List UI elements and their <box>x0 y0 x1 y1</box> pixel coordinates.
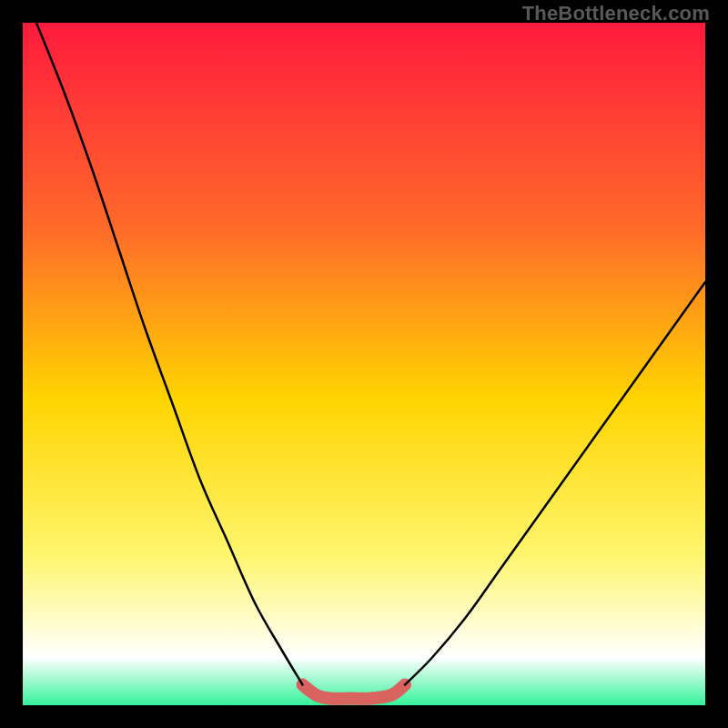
plot-area <box>23 23 705 705</box>
gradient-background <box>23 23 705 705</box>
chart-frame: TheBottleneck.com <box>0 0 728 728</box>
plot-svg <box>23 23 705 705</box>
watermark-text: TheBottleneck.com <box>522 2 710 25</box>
